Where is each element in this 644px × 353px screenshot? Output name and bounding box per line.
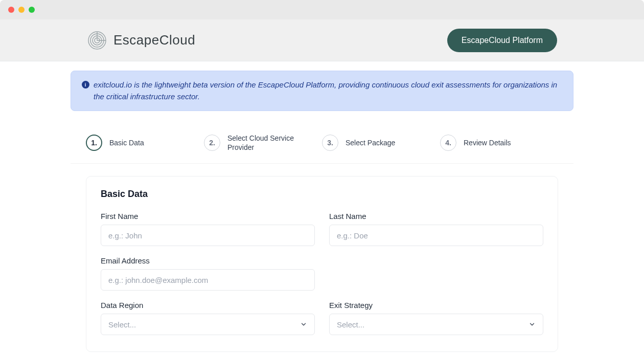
info-icon: i bbox=[81, 80, 89, 89]
app-header: EscapeCloud EscapeCloud Platform bbox=[0, 19, 644, 61]
step-number: 3. bbox=[322, 135, 338, 151]
exit-strategy-field-wrap: Exit Strategy Select... bbox=[329, 301, 543, 335]
data-region-select[interactable]: Select... bbox=[101, 314, 315, 335]
window-titlebar bbox=[0, 0, 644, 19]
step-select-package[interactable]: 3. Select Package bbox=[322, 134, 440, 152]
last-name-input[interactable] bbox=[329, 225, 543, 246]
window-close-button[interactable] bbox=[8, 7, 14, 13]
brand-name: EscapeCloud bbox=[113, 32, 195, 48]
empty-cell bbox=[329, 256, 543, 291]
email-label: Email Address bbox=[101, 256, 315, 265]
window-maximize-button[interactable] bbox=[29, 7, 35, 13]
platform-button[interactable]: EscapeCloud Platform bbox=[447, 29, 557, 52]
email-field-wrap: Email Address bbox=[101, 256, 315, 291]
step-number: 2. bbox=[204, 135, 220, 151]
step-number: 4. bbox=[440, 135, 456, 151]
step-label: Review Details bbox=[464, 138, 511, 147]
step-basic-data[interactable]: 1. Basic Data bbox=[86, 134, 204, 152]
card-title: Basic Data bbox=[101, 189, 543, 200]
chevron-down-icon bbox=[528, 321, 536, 328]
step-label: Select Cloud Service Provider bbox=[227, 134, 309, 152]
step-number: 1. bbox=[86, 135, 102, 151]
first-name-label: First Name bbox=[101, 212, 315, 220]
first-name-input[interactable] bbox=[101, 225, 315, 246]
last-name-field-wrap: Last Name bbox=[329, 212, 543, 246]
form-card: Basic Data First Name Last Name Email Ad… bbox=[86, 176, 558, 352]
step-select-provider[interactable]: 2. Select Cloud Service Provider bbox=[204, 134, 322, 152]
info-banner-text: exitcloud.io is the lightweight beta ver… bbox=[94, 79, 563, 102]
data-region-label: Data Region bbox=[101, 301, 315, 310]
data-region-field-wrap: Data Region Select... bbox=[101, 301, 315, 335]
first-name-field-wrap: First Name bbox=[101, 212, 315, 246]
email-input[interactable] bbox=[101, 269, 315, 291]
window-minimize-button[interactable] bbox=[18, 7, 25, 13]
step-label: Select Package bbox=[346, 138, 395, 147]
step-label: Basic Data bbox=[109, 138, 144, 147]
fingerprint-logo-icon bbox=[87, 30, 107, 51]
brand: EscapeCloud bbox=[87, 30, 195, 51]
exit-strategy-placeholder: Select... bbox=[337, 320, 364, 329]
info-banner: i exitcloud.io is the lightweight beta v… bbox=[71, 71, 573, 111]
chevron-down-icon bbox=[300, 321, 307, 328]
exit-strategy-label: Exit Strategy bbox=[329, 301, 543, 310]
stepper: 1. Basic Data 2. Select Cloud Service Pr… bbox=[71, 111, 573, 164]
exit-strategy-select[interactable]: Select... bbox=[329, 314, 543, 335]
data-region-placeholder: Select... bbox=[108, 320, 136, 329]
last-name-label: Last Name bbox=[329, 212, 543, 220]
step-review-details[interactable]: 4. Review Details bbox=[440, 134, 558, 152]
